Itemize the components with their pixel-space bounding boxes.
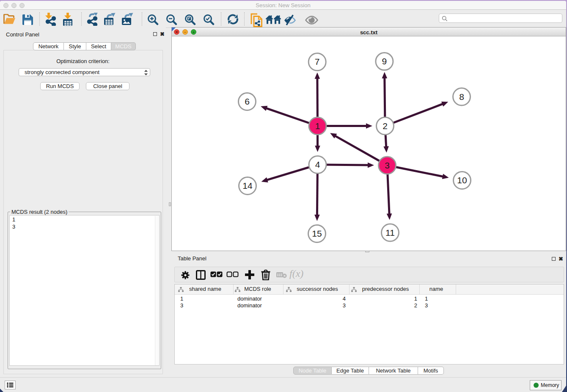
svg-text:15: 15: [312, 229, 322, 238]
svg-text:9: 9: [382, 56, 387, 66]
svg-text:7: 7: [315, 57, 320, 66]
svg-text:11: 11: [385, 228, 395, 237]
svg-text:8: 8: [459, 92, 464, 102]
svg-text:6: 6: [245, 97, 250, 106]
svg-text:1: 1: [315, 121, 320, 131]
svg-text:14: 14: [242, 181, 253, 190]
svg-text:2: 2: [383, 121, 388, 131]
svg-text:10: 10: [457, 175, 467, 185]
svg-text:4: 4: [315, 160, 320, 169]
svg-text:3: 3: [385, 160, 390, 170]
